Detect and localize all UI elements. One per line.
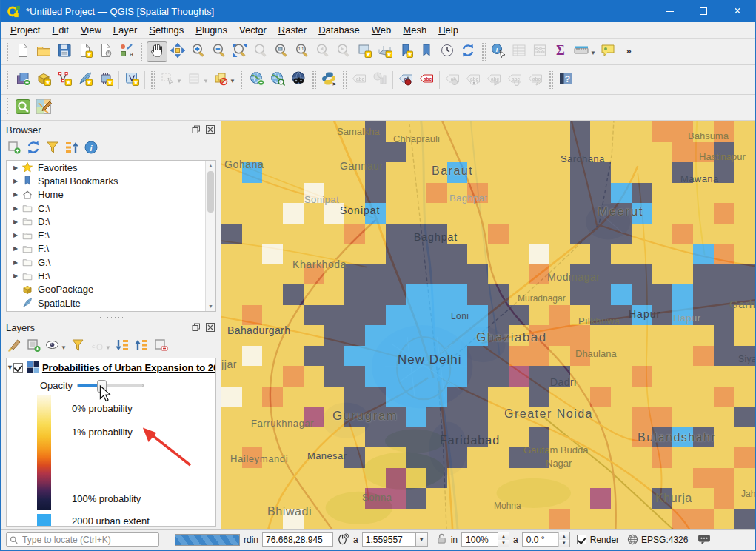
- menu-view[interactable]: View: [75, 23, 107, 37]
- zoom-native-button[interactable]: 1:1: [292, 41, 312, 62]
- menu-project[interactable]: Project: [4, 23, 46, 37]
- toolbar-overflow-button[interactable]: »: [618, 41, 639, 62]
- expand-arrow-icon[interactable]: ▶: [10, 164, 21, 171]
- locator-box[interactable]: [6, 532, 159, 547]
- browser-item-c[interactable]: ▶C:\: [7, 201, 215, 215]
- new-project-button[interactable]: [13, 41, 33, 62]
- osm-place-search-button[interactable]: [13, 97, 33, 118]
- magnifier-spin-arrows[interactable]: ▲▼: [498, 532, 509, 547]
- expand-arrow-icon[interactable]: ▶: [10, 218, 21, 225]
- open-layer-styling-button[interactable]: [4, 336, 24, 355]
- add-wms-layer-button[interactable]: [247, 70, 267, 90]
- properties-widget-button[interactable]: i: [81, 138, 101, 158]
- rotation-spin-arrows[interactable]: ▲▼: [558, 532, 569, 547]
- close-button[interactable]: ×: [720, 0, 755, 22]
- browser-item-d[interactable]: ▶D:\: [7, 215, 215, 228]
- browser-item-geopackage[interactable]: GeoPackage: [7, 283, 215, 296]
- minimize-button[interactable]: [652, 0, 686, 22]
- menu-database[interactable]: Database: [312, 23, 366, 37]
- toolbar-drag-handle[interactable]: [341, 71, 347, 89]
- search-layers-globe-button[interactable]: [267, 70, 288, 90]
- dropdown-arrow-icon[interactable]: ▼: [176, 78, 182, 84]
- dropdown-arrow-icon[interactable]: ▼: [105, 344, 111, 351]
- new-map-view-button[interactable]: [354, 41, 375, 62]
- expand-arrow-icon[interactable]: ▶: [10, 178, 21, 184]
- dropdown-arrow-icon[interactable]: ▼: [203, 78, 209, 84]
- expand-arrow-icon[interactable]: ▶: [10, 245, 21, 252]
- refresh-browser-button[interactable]: [24, 138, 43, 158]
- new-virtual-layer-button[interactable]: [121, 70, 142, 90]
- temporal-controller-button[interactable]: [437, 41, 458, 62]
- render-checkbox[interactable]: [577, 535, 586, 544]
- messages-button[interactable]: [698, 534, 711, 545]
- open-data-source-manager-button[interactable]: [13, 70, 33, 90]
- identify-features-button[interactable]: i: [488, 41, 509, 62]
- menu-help[interactable]: Help: [432, 23, 464, 37]
- zoom-full-button[interactable]: [230, 41, 250, 62]
- dropdown-arrow-icon[interactable]: ▼: [590, 50, 596, 56]
- menu-web[interactable]: Web: [366, 23, 398, 37]
- show-layout-manager-button[interactable]: [96, 41, 116, 62]
- new-shapefile-layer-button[interactable]: [54, 70, 75, 90]
- opacity-slider-handle[interactable]: [97, 380, 107, 393]
- expand-all-button[interactable]: [113, 336, 132, 355]
- menu-layer[interactable]: Layer: [107, 23, 144, 37]
- scale-dropdown-button[interactable]: ▼: [415, 532, 428, 547]
- extents-toggle-icon[interactable]: [337, 532, 349, 547]
- toolbar-drag-handle[interactable]: [311, 71, 316, 89]
- layer-visibility-checkbox[interactable]: [13, 363, 23, 373]
- browser-scrollbar[interactable]: ▲▼: [205, 161, 215, 311]
- measure-line-button[interactable]: ▼: [571, 41, 592, 62]
- open-project-button[interactable]: [33, 41, 54, 62]
- help-button[interactable]: ?: [555, 70, 576, 90]
- filter-legend-button[interactable]: [68, 336, 87, 355]
- style-manager-button[interactable]: a: [116, 41, 137, 62]
- menu-raster[interactable]: Raster: [272, 23, 312, 37]
- new-3d-map-view-button[interactable]: [375, 41, 395, 62]
- collapse-all-button[interactable]: [62, 138, 81, 158]
- new-spatialite-layer-button[interactable]: [75, 70, 96, 90]
- magnifier-spinbox[interactable]: 100% ▲▼: [461, 532, 509, 547]
- toolbar-drag-handle[interactable]: [139, 43, 144, 61]
- browser-item-f[interactable]: ▶F:\: [7, 242, 215, 256]
- dropdown-arrow-icon[interactable]: ▼: [230, 78, 235, 84]
- pan-to-selection-button[interactable]: [167, 41, 188, 62]
- menu-mesh[interactable]: Mesh: [397, 23, 432, 37]
- layers-float-button[interactable]: [190, 322, 202, 333]
- deselect-features-button[interactable]: ▼: [210, 70, 231, 90]
- collapse-all-layers-button[interactable]: [132, 336, 151, 355]
- layers-close-button[interactable]: [204, 322, 216, 333]
- toolbar-drag-handle[interactable]: [5, 98, 10, 116]
- new-spatial-bookmark-button[interactable]: [395, 41, 416, 62]
- menu-plugins[interactable]: Plugins: [190, 23, 233, 37]
- opacity-slider[interactable]: [77, 384, 144, 387]
- map-tips-button[interactable]: [598, 41, 618, 62]
- layer-name[interactable]: Probabilities of Urban Expansion to 2030: [42, 362, 216, 373]
- crs-status[interactable]: EPSG:4326: [627, 534, 688, 545]
- expand-arrow-icon[interactable]: ▶: [10, 205, 21, 212]
- browser-item-spatialbookmarks[interactable]: ▶Spatial Bookmarks: [7, 174, 215, 187]
- toolbar-drag-handle[interactable]: [5, 71, 10, 89]
- add-group-button[interactable]: [24, 336, 43, 355]
- browser-item-favorites[interactable]: ▶Favorites: [7, 161, 215, 174]
- map-canvas[interactable]: SamalkhaChhaprauliBahsumaHastinapurGohan…: [221, 121, 755, 529]
- toolbar-drag-handle[interactable]: [239, 71, 244, 89]
- new-mesh-layer-button[interactable]: [96, 70, 116, 90]
- expand-arrow-icon[interactable]: ▶: [10, 232, 21, 238]
- manage-map-themes-button[interactable]: ▼: [43, 336, 62, 355]
- lock-scale-icon[interactable]: [436, 532, 447, 547]
- browser-float-button[interactable]: [190, 124, 202, 135]
- save-project-button[interactable]: [54, 41, 75, 62]
- layer-item[interactable]: ▼ Probabilities of Urban Expansion to 20…: [7, 360, 215, 375]
- menu-edit[interactable]: Edit: [46, 23, 74, 37]
- toolbar-drag-handle[interactable]: [5, 43, 10, 61]
- expand-arrow-icon[interactable]: ▶: [10, 273, 21, 279]
- scale-combo[interactable]: ▼: [362, 532, 428, 547]
- browser-item-home[interactable]: ▶Home: [7, 188, 215, 201]
- scale-input[interactable]: [362, 532, 415, 547]
- pin-labels-button[interactable]: ab: [395, 70, 416, 90]
- show-statistics-button[interactable]: Σ: [550, 41, 571, 62]
- zoom-to-layer-button[interactable]: [271, 41, 292, 62]
- refresh-map-button[interactable]: [458, 41, 478, 62]
- filter-browser-button[interactable]: [43, 138, 62, 158]
